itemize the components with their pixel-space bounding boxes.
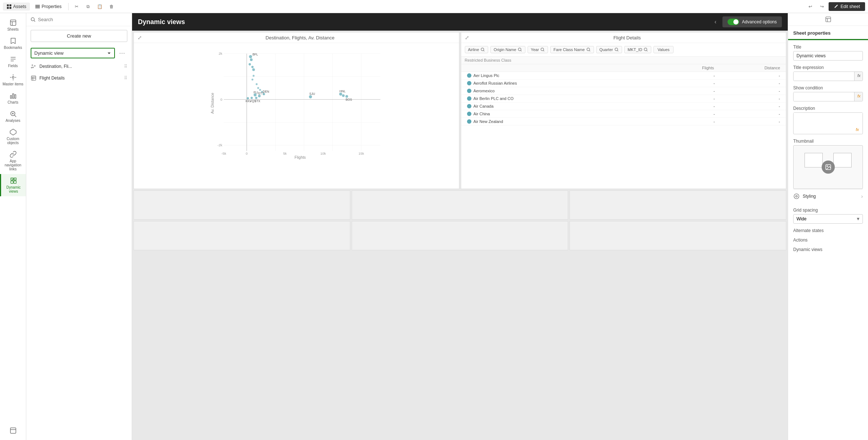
svg-text:-5k: -5k <box>221 151 226 155</box>
row-distance: - <box>717 96 782 101</box>
thumbnail-upload-icon[interactable] <box>822 161 835 174</box>
svg-point-36 <box>32 65 33 66</box>
table-viz-title: Flight Details <box>472 35 783 40</box>
svg-line-102 <box>543 50 544 51</box>
asset-item-label: Flight Details <box>39 76 121 81</box>
assets-panel: Create new Dynamic view ··· Destination,… <box>26 13 132 440</box>
svg-point-69 <box>248 63 251 65</box>
fields-icon <box>9 55 17 63</box>
dynamic-view-dropdown[interactable]: Dynamic view <box>31 48 115 58</box>
paste-btn[interactable]: 📋 <box>95 1 105 12</box>
table-row[interactable]: Air Canada - - <box>461 103 786 110</box>
title-input[interactable] <box>793 51 863 61</box>
search-input[interactable] <box>38 17 127 22</box>
svg-point-88 <box>342 94 344 97</box>
edit-sheet-label: Edit sheet <box>841 4 860 9</box>
title-expression-fx-btn[interactable]: fx <box>854 72 863 81</box>
properties-tab[interactable]: Properties <box>31 3 65 11</box>
row-name: Air Berlin PLC and CO <box>474 96 514 101</box>
redo-btn[interactable]: ↪ <box>817 1 827 12</box>
create-new-button[interactable]: Create new <box>31 30 127 42</box>
svg-rect-109 <box>826 17 831 22</box>
show-condition-input[interactable] <box>794 92 854 101</box>
svg-point-99 <box>518 48 521 51</box>
show-condition-fx-btn[interactable]: fx <box>854 92 863 101</box>
asset-item-grip[interactable]: ⠿ <box>124 76 127 81</box>
filter-chip-mkt[interactable]: MKT_ID <box>624 46 651 53</box>
svg-point-70 <box>251 66 254 68</box>
filter-chip-airline[interactable]: Airline <box>465 46 489 53</box>
sidebar-item-master-items[interactable]: Master items <box>0 71 26 89</box>
advanced-options-label: Advanced options <box>742 19 777 24</box>
thumbnail-area[interactable] <box>793 145 863 189</box>
list-item[interactable]: Flight Details ⠿ <box>26 72 132 84</box>
table-expand-icon[interactable]: ⤢ <box>465 35 469 40</box>
sidebar-item-custom-objects[interactable]: Custom objects <box>0 126 26 148</box>
sidebar-item-app-nav[interactable]: App navigation links <box>0 148 26 174</box>
asset-item-grip[interactable]: ⠿ <box>124 64 127 69</box>
list-item[interactable]: Destination, Fli... ⠿ <box>26 61 132 72</box>
sidebar-item-fields[interactable]: Fields <box>0 53 26 71</box>
filter-chip-origin[interactable]: Origin Name <box>490 46 525 53</box>
table-row[interactable]: Aer Lingus Plc - - <box>461 72 786 80</box>
description-textarea[interactable] <box>794 113 863 133</box>
svg-rect-4 <box>35 5 40 5</box>
more-options-btn[interactable]: ··· <box>117 48 127 58</box>
svg-text:DEN: DEN <box>263 90 269 93</box>
scatter-icon <box>31 63 36 69</box>
sidebar-item-bookmarks[interactable]: Bookmarks <box>0 34 26 53</box>
svg-line-98 <box>483 50 484 51</box>
svg-point-93 <box>259 89 261 91</box>
row-icon <box>467 89 471 93</box>
svg-point-101 <box>541 48 544 51</box>
filter-chip-fare[interactable]: Fare Class Name <box>550 46 594 53</box>
row-icon <box>467 104 471 108</box>
assets-tab[interactable]: Assets <box>3 3 30 11</box>
sidebar-item-analyses[interactable]: Analyses <box>0 107 26 126</box>
values-chip[interactable]: Values <box>653 46 674 53</box>
sheets-label: Sheets <box>7 27 19 31</box>
undo-btn[interactable]: ↩ <box>805 1 815 12</box>
toggle-switch[interactable] <box>728 19 739 25</box>
dropdown-label: Dynamic view <box>34 50 63 56</box>
table-viz-header: ⤢ Flight Details <box>461 32 786 43</box>
description-fx-btn[interactable]: fx <box>853 126 862 133</box>
restricted-label: Restricted Business Class <box>461 57 786 64</box>
sidebar-item-sheets[interactable]: Sheets <box>0 16 26 34</box>
dynamic-views-label: Dynamic views <box>3 185 24 193</box>
sheet-properties-header: Sheet properties <box>788 26 868 39</box>
styling-row[interactable]: Styling › <box>793 189 863 203</box>
title-expression-input[interactable] <box>794 72 854 81</box>
description-label: Description <box>793 106 863 111</box>
sidebar-item-bottom[interactable] <box>8 424 18 437</box>
sidebar-item-dynamic-views[interactable]: Dynamic views <box>0 174 26 196</box>
canvas-area: Dynamic views ‹ Advanced options ⤢ Desti… <box>132 13 788 440</box>
delete-btn[interactable]: 🗑 <box>107 1 117 12</box>
table-row[interactable]: Air New Zealand - - <box>461 118 786 126</box>
svg-text:10k: 10k <box>320 151 326 155</box>
scatter-viz: ⤢ Destination, Flights, Av. Distance Av.… <box>134 32 459 189</box>
table-row[interactable]: Aeroflot Russian Airlines - - <box>461 80 786 87</box>
copy-btn[interactable]: ⧉ <box>83 1 93 12</box>
sidebar-item-charts[interactable]: Charts <box>0 89 26 107</box>
cut-btn[interactable]: ✂ <box>72 1 82 12</box>
collapse-btn[interactable]: ‹ <box>714 19 716 25</box>
filter-chip-year[interactable]: Year <box>528 46 548 53</box>
table-row[interactable]: Aeromexico - - <box>461 87 786 95</box>
edit-sheet-button[interactable]: Edit sheet <box>829 2 865 11</box>
scatter-expand-icon[interactable]: ⤢ <box>138 35 142 40</box>
filter-label: Fare Class Name <box>553 47 585 52</box>
table-row[interactable]: Air China - - <box>461 110 786 118</box>
svg-text:STX: STX <box>254 99 261 103</box>
search-area <box>26 13 132 26</box>
thumbnail-label: Thumbnail <box>793 139 863 144</box>
advanced-options-button[interactable]: Advanced options <box>722 16 782 27</box>
row-icon <box>467 119 471 124</box>
table-row[interactable]: Air Berlin PLC and CO - - <box>461 95 786 103</box>
scatter-viz-header: ⤢ Destination, Flights, Av. Distance <box>134 32 459 43</box>
row-flights: - <box>652 96 717 101</box>
filter-chip-quarter[interactable]: Quarter <box>596 46 622 53</box>
table-body: Aer Lingus Plc - - Aeroflot Russian Airl… <box>461 72 786 126</box>
grid-spacing-label: Grid spacing <box>793 208 863 213</box>
grid-spacing-select[interactable]: Narrow Medium Wide <box>794 215 854 223</box>
